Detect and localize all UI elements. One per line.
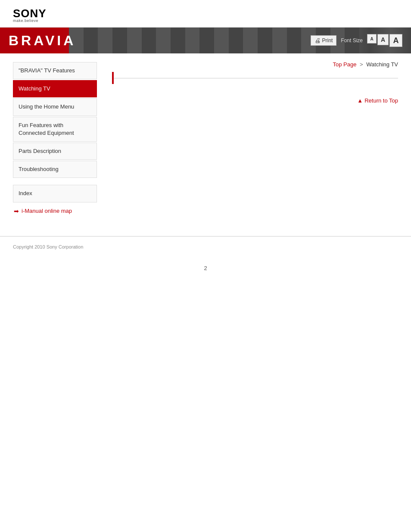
sidebar-item-index[interactable]: Index (13, 185, 97, 202)
manual-link-label: i-Manual online map (22, 208, 72, 214)
breadcrumb-top-page-link[interactable]: Top Page (333, 61, 357, 68)
page-number: 2 (0, 265, 411, 271)
sidebar-item-parts-description[interactable]: Parts Description (13, 143, 97, 160)
content-area: Top Page > Watching TV ▲ Return to Top (103, 53, 411, 223)
main-layout: "BRAVIA" TV Features Watching TV Using t… (0, 53, 411, 223)
bravia-title: BRAVIA (9, 33, 76, 49)
breadcrumb: Top Page > Watching TV (112, 58, 398, 68)
sidebar-item-home-menu[interactable]: Using the Home Menu (13, 98, 97, 115)
banner-controls: 🖨 Print Font Size A A A (311, 34, 402, 47)
print-label: Print (322, 37, 333, 44)
sidebar-item-fun-features[interactable]: Fun Features with Connected Equipment (13, 117, 97, 142)
sony-tagline: make.believe (13, 19, 398, 23)
copyright-text: Copyright 2010 Sony Corporation (13, 244, 83, 249)
return-to-top-icon: ▲ (357, 97, 363, 104)
sidebar-manual-link[interactable]: ➡ i-Manual online map (13, 208, 97, 215)
sidebar-item-troubleshooting[interactable]: Troubleshooting (13, 161, 97, 178)
sidebar-item-watching-tv[interactable]: Watching TV (13, 80, 97, 97)
print-button[interactable]: 🖨 Print (311, 35, 337, 46)
font-size-small-button[interactable]: A (367, 34, 377, 44)
bravia-banner: BRAVIA 🖨 Print Font Size A A A (0, 28, 411, 53)
return-to-top-link[interactable]: ▲ Return to Top (357, 97, 398, 104)
font-size-label: Font Size (341, 37, 363, 44)
font-size-large-button[interactable]: A (389, 34, 402, 47)
top-bar: SONY make.believe (0, 0, 411, 28)
breadcrumb-separator: > (360, 61, 363, 68)
breadcrumb-current: Watching TV (366, 61, 398, 68)
sidebar-item-bravia-features[interactable]: "BRAVIA" TV Features (13, 62, 97, 79)
return-to-top-label: Return to Top (364, 97, 398, 104)
arrow-icon: ➡ (14, 208, 19, 215)
sony-logo-text: SONY (13, 8, 398, 19)
sony-logo: SONY make.believe (13, 8, 398, 23)
sidebar: "BRAVIA" TV Features Watching TV Using t… (0, 53, 103, 223)
divider-line (114, 78, 398, 78)
return-to-top: ▲ Return to Top (112, 97, 398, 104)
font-size-medium-button[interactable]: A (377, 34, 389, 45)
content-divider (112, 72, 398, 84)
font-size-controls: A A A (367, 34, 402, 47)
footer: Copyright 2010 Sony Corporation (0, 236, 411, 256)
print-icon: 🖨 (314, 37, 321, 44)
